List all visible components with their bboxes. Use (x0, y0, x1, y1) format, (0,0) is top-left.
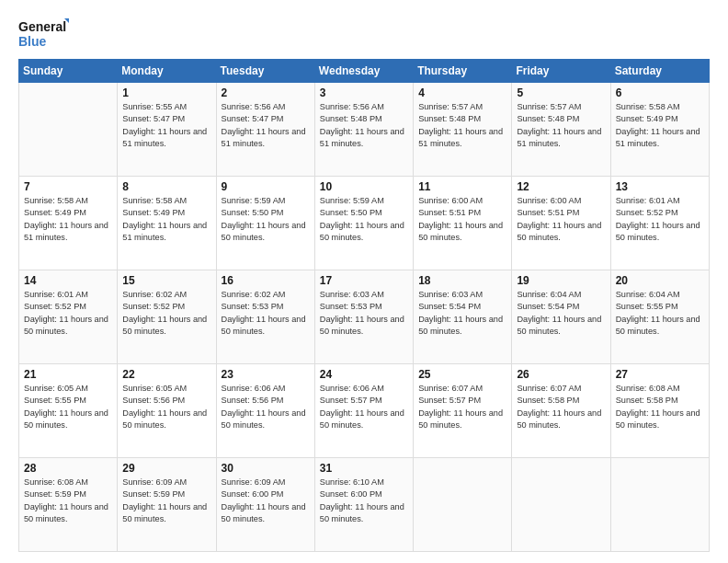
day-number: 17 (320, 274, 408, 287)
day-number: 31 (320, 462, 408, 475)
day-number: 24 (320, 368, 408, 381)
day-number: 5 (517, 86, 605, 99)
day-info: Sunrise: 5:58 AM Sunset: 5:49 PM Dayligh… (24, 195, 112, 244)
day-number: 2 (222, 86, 310, 99)
calendar-cell: 16Sunrise: 6:02 AM Sunset: 5:53 PM Dayli… (216, 270, 314, 364)
calendar-cell: 2Sunrise: 5:56 AM Sunset: 5:47 PM Daylig… (216, 83, 314, 177)
day-info: Sunrise: 6:03 AM Sunset: 5:54 PM Dayligh… (418, 289, 506, 338)
calendar-cell: 19Sunrise: 6:04 AM Sunset: 5:54 PM Dayli… (512, 270, 610, 364)
day-number: 25 (418, 368, 506, 381)
calendar-cell (414, 458, 512, 552)
day-number: 30 (222, 462, 310, 475)
calendar-cell: 7Sunrise: 5:58 AM Sunset: 5:49 PM Daylig… (19, 177, 118, 270)
day-info: Sunrise: 6:06 AM Sunset: 5:57 PM Dayligh… (320, 383, 408, 431)
day-info: Sunrise: 6:09 AM Sunset: 6:00 PM Dayligh… (222, 477, 310, 525)
calendar-day-header: Sunday (19, 60, 118, 83)
calendar-cell: 30Sunrise: 6:09 AM Sunset: 6:00 PM Dayli… (216, 458, 314, 552)
calendar-cell: 13Sunrise: 6:01 AM Sunset: 5:52 PM Dayli… (610, 177, 709, 270)
calendar-week-row: 21Sunrise: 6:05 AM Sunset: 5:55 PM Dayli… (19, 364, 710, 458)
calendar-cell: 10Sunrise: 5:59 AM Sunset: 5:50 PM Dayli… (314, 177, 413, 270)
day-info: Sunrise: 5:59 AM Sunset: 5:50 PM Dayligh… (320, 195, 408, 244)
day-number: 27 (616, 368, 704, 381)
calendar-cell: 22Sunrise: 6:05 AM Sunset: 5:56 PM Dayli… (118, 364, 216, 458)
calendar-week-row: 7Sunrise: 5:58 AM Sunset: 5:49 PM Daylig… (19, 177, 710, 270)
calendar-cell: 23Sunrise: 6:06 AM Sunset: 5:56 PM Dayli… (216, 364, 314, 458)
calendar-cell: 4Sunrise: 5:57 AM Sunset: 5:48 PM Daylig… (414, 83, 512, 177)
day-info: Sunrise: 5:56 AM Sunset: 5:47 PM Dayligh… (222, 101, 310, 150)
calendar-day-header: Friday (512, 60, 610, 83)
day-number: 10 (320, 180, 408, 193)
calendar-cell: 17Sunrise: 6:03 AM Sunset: 5:53 PM Dayli… (314, 270, 413, 364)
day-info: Sunrise: 6:04 AM Sunset: 5:55 PM Dayligh… (616, 289, 704, 338)
day-number: 15 (122, 274, 210, 287)
calendar-cell: 18Sunrise: 6:03 AM Sunset: 5:54 PM Dayli… (414, 270, 512, 364)
day-info: Sunrise: 6:08 AM Sunset: 5:58 PM Dayligh… (616, 383, 704, 431)
day-info: Sunrise: 6:07 AM Sunset: 5:57 PM Dayligh… (418, 383, 506, 431)
day-number: 3 (320, 86, 408, 99)
calendar-cell: 27Sunrise: 6:08 AM Sunset: 5:58 PM Dayli… (610, 364, 709, 458)
calendar-week-row: 14Sunrise: 6:01 AM Sunset: 5:52 PM Dayli… (19, 270, 710, 364)
calendar-cell: 11Sunrise: 6:00 AM Sunset: 5:51 PM Dayli… (414, 177, 512, 270)
calendar-cell: 6Sunrise: 5:58 AM Sunset: 5:49 PM Daylig… (610, 83, 709, 177)
calendar-cell: 12Sunrise: 6:00 AM Sunset: 5:51 PM Dayli… (512, 177, 610, 270)
day-number: 21 (24, 368, 112, 381)
calendar-cell (512, 458, 610, 552)
day-number: 1 (122, 86, 210, 99)
day-info: Sunrise: 6:10 AM Sunset: 6:00 PM Dayligh… (320, 477, 408, 525)
calendar-day-header: Saturday (610, 60, 709, 83)
calendar-cell: 31Sunrise: 6:10 AM Sunset: 6:00 PM Dayli… (314, 458, 413, 552)
day-info: Sunrise: 6:09 AM Sunset: 5:59 PM Dayligh… (122, 477, 210, 525)
calendar-cell: 3Sunrise: 5:56 AM Sunset: 5:48 PM Daylig… (314, 83, 413, 177)
day-number: 16 (222, 274, 310, 287)
day-number: 13 (616, 180, 704, 193)
day-number: 9 (222, 180, 310, 193)
day-number: 8 (122, 180, 210, 193)
calendar-day-header: Tuesday (216, 60, 314, 83)
day-number: 26 (517, 368, 605, 381)
calendar-cell: 29Sunrise: 6:09 AM Sunset: 5:59 PM Dayli… (118, 458, 216, 552)
day-info: Sunrise: 6:03 AM Sunset: 5:53 PM Dayligh… (320, 289, 408, 338)
calendar-cell: 14Sunrise: 6:01 AM Sunset: 5:52 PM Dayli… (19, 270, 118, 364)
calendar-week-row: 28Sunrise: 6:08 AM Sunset: 5:59 PM Dayli… (19, 458, 710, 552)
day-number: 6 (616, 86, 704, 99)
calendar-day-header: Thursday (414, 60, 512, 83)
calendar-cell: 9Sunrise: 5:59 AM Sunset: 5:50 PM Daylig… (216, 177, 314, 270)
calendar-cell: 28Sunrise: 6:08 AM Sunset: 5:59 PM Dayli… (19, 458, 118, 552)
calendar-cell: 15Sunrise: 6:02 AM Sunset: 5:52 PM Dayli… (118, 270, 216, 364)
calendar-cell: 24Sunrise: 6:06 AM Sunset: 5:57 PM Dayli… (314, 364, 413, 458)
calendar-table: SundayMondayTuesdayWednesdayThursdayFrid… (18, 59, 710, 552)
page: General Blue SundayMondayTuesdayWednesda… (0, 0, 728, 563)
day-info: Sunrise: 5:56 AM Sunset: 5:48 PM Dayligh… (320, 101, 408, 150)
day-number: 22 (122, 368, 210, 381)
calendar-week-row: 1Sunrise: 5:55 AM Sunset: 5:47 PM Daylig… (19, 83, 710, 177)
day-info: Sunrise: 6:05 AM Sunset: 5:55 PM Dayligh… (24, 383, 112, 431)
day-number: 11 (418, 180, 506, 193)
day-info: Sunrise: 5:57 AM Sunset: 5:48 PM Dayligh… (517, 101, 605, 150)
calendar-header-row: SundayMondayTuesdayWednesdayThursdayFrid… (19, 60, 710, 83)
calendar-cell: 26Sunrise: 6:07 AM Sunset: 5:58 PM Dayli… (512, 364, 610, 458)
calendar-cell: 8Sunrise: 5:58 AM Sunset: 5:49 PM Daylig… (118, 177, 216, 270)
calendar-day-header: Monday (118, 60, 216, 83)
calendar-cell: 25Sunrise: 6:07 AM Sunset: 5:57 PM Dayli… (414, 364, 512, 458)
svg-text:Blue: Blue (18, 34, 47, 49)
calendar-cell: 5Sunrise: 5:57 AM Sunset: 5:48 PM Daylig… (512, 83, 610, 177)
day-number: 14 (24, 274, 112, 287)
svg-text:General: General (18, 19, 66, 34)
day-number: 20 (616, 274, 704, 287)
day-info: Sunrise: 6:02 AM Sunset: 5:52 PM Dayligh… (122, 289, 210, 338)
day-info: Sunrise: 5:58 AM Sunset: 5:49 PM Dayligh… (616, 101, 704, 150)
calendar-cell: 20Sunrise: 6:04 AM Sunset: 5:55 PM Dayli… (610, 270, 709, 364)
calendar-cell: 21Sunrise: 6:05 AM Sunset: 5:55 PM Dayli… (19, 364, 118, 458)
day-info: Sunrise: 5:59 AM Sunset: 5:50 PM Dayligh… (222, 195, 310, 244)
day-number: 12 (517, 180, 605, 193)
day-info: Sunrise: 5:55 AM Sunset: 5:47 PM Dayligh… (122, 101, 210, 150)
day-info: Sunrise: 6:04 AM Sunset: 5:54 PM Dayligh… (517, 289, 605, 338)
day-number: 28 (24, 462, 112, 475)
day-number: 29 (122, 462, 210, 475)
day-number: 18 (418, 274, 506, 287)
day-info: Sunrise: 5:58 AM Sunset: 5:49 PM Dayligh… (122, 195, 210, 244)
day-number: 23 (222, 368, 310, 381)
calendar-day-header: Wednesday (314, 60, 413, 83)
day-number: 4 (418, 86, 506, 99)
day-info: Sunrise: 6:00 AM Sunset: 5:51 PM Dayligh… (418, 195, 506, 244)
